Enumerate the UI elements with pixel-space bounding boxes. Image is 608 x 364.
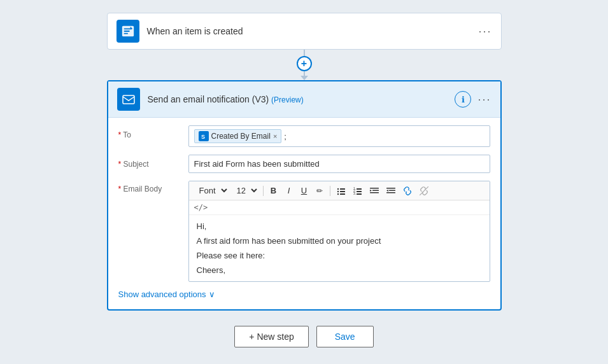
add-step-button[interactable]: + (297, 56, 312, 71)
trigger-title: When an item is created (147, 26, 479, 36)
svg-text:3.: 3. (353, 192, 356, 195)
new-step-button[interactable]: + New step (234, 326, 308, 347)
subject-input[interactable] (188, 155, 490, 173)
toolbar-divider-1 (263, 186, 264, 196)
show-advanced-options[interactable]: Show advanced options ∨ (118, 290, 490, 299)
connector-arrow (300, 76, 308, 80)
token-semicolon: ; (284, 132, 286, 141)
email-body-field-row: * Email Body Font 12 B (118, 181, 490, 282)
email-content[interactable]: Hi, A first aid form has been submitted … (189, 215, 490, 281)
svg-rect-23 (389, 190, 395, 191)
svg-rect-18 (357, 193, 362, 195)
trigger-icon (117, 20, 139, 43)
to-field-row: * To S Created By Email × (118, 125, 490, 147)
font-select[interactable]: Font (194, 184, 229, 197)
bold-button[interactable]: B (267, 185, 280, 197)
action-card: Send an email notification (V3) (Preview… (107, 80, 502, 311)
email-body-field-content: Font 12 B I U ✏ (188, 181, 490, 282)
svg-point-9 (337, 190, 338, 192)
svg-rect-8 (340, 188, 345, 190)
svg-rect-3 (124, 33, 127, 34)
svg-point-7 (337, 188, 338, 189)
save-button[interactable]: Save (316, 326, 374, 347)
indent-increase-button[interactable] (384, 185, 398, 197)
connector-line-top (304, 50, 305, 56)
trigger-menu-button[interactable]: ··· (478, 25, 491, 38)
trigger-card: When an item is created ··· (107, 13, 502, 50)
action-card-header: Send an email notification (V3) (Preview… (108, 81, 500, 118)
info-button[interactable]: ℹ (455, 91, 471, 108)
header-icons: ℹ ··· (455, 91, 491, 108)
svg-text:S: S (201, 134, 205, 140)
to-label: * To (118, 125, 188, 139)
link-button[interactable] (400, 185, 414, 197)
token-close-button[interactable]: × (273, 132, 277, 140)
connector: + (297, 50, 312, 80)
subject-label: * Subject (118, 155, 188, 169)
email-line-4: Cheers, (197, 265, 482, 275)
italic-button[interactable]: I (283, 185, 295, 197)
svg-rect-22 (386, 188, 395, 189)
email-line-2: A first aid form has been submitted on y… (197, 236, 482, 246)
toolbar-divider-2 (330, 186, 330, 196)
svg-rect-14 (357, 188, 362, 190)
svg-point-11 (337, 193, 338, 194)
svg-rect-21 (370, 192, 379, 193)
svg-rect-10 (340, 191, 345, 192)
bottom-actions: + New step Save (234, 326, 373, 347)
action-icon (117, 88, 140, 111)
subject-field-content (188, 155, 490, 173)
svg-rect-16 (357, 191, 362, 192)
font-size-select[interactable]: 12 (232, 184, 259, 197)
to-field-content: S Created By Email × ; (188, 125, 490, 147)
action-menu-button[interactable]: ··· (477, 93, 491, 106)
email-toolbar: Font 12 B I U ✏ (189, 181, 490, 200)
ordered-list-button[interactable]: 1. 2. 3. (351, 185, 365, 197)
action-title: Send an email notification (V3) (Preview… (148, 94, 455, 104)
to-input[interactable]: S Created By Email × ; (188, 125, 490, 147)
svg-rect-2 (124, 31, 129, 32)
unordered-list-button[interactable] (334, 185, 348, 197)
svg-rect-12 (340, 193, 345, 195)
indent-decrease-button[interactable] (367, 185, 381, 197)
email-body-wrapper: Font 12 B I U ✏ (188, 181, 490, 282)
pencil-button[interactable]: ✏ (313, 185, 326, 197)
action-card-body: * To S Created By Email × (108, 118, 500, 309)
svg-rect-19 (370, 188, 379, 189)
token-label: Created By Email (211, 132, 271, 141)
email-body-label: * Email Body (118, 181, 188, 193)
to-token: S Created By Email × (194, 129, 282, 143)
email-line-1: Hi, (197, 221, 482, 231)
unlink-button[interactable] (417, 185, 431, 197)
underline-button[interactable]: U (298, 185, 311, 197)
subject-field-row: * Subject (118, 155, 490, 173)
preview-tag: (Preview) (271, 95, 304, 104)
svg-rect-20 (372, 190, 379, 191)
email-line-3: Please see it here: (197, 251, 482, 260)
code-tag: </> (189, 200, 490, 215)
svg-rect-4 (123, 95, 134, 104)
svg-rect-24 (386, 192, 395, 193)
chevron-down-icon: ∨ (209, 290, 215, 299)
token-sharepoint-icon: S (199, 131, 209, 141)
